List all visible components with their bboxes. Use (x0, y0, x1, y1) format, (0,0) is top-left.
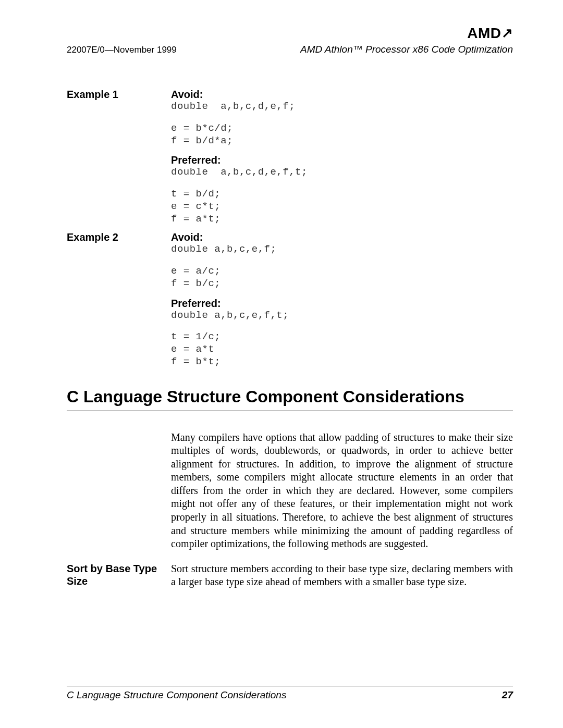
example-2-avoid-heading: Avoid: (171, 231, 513, 243)
example-2-preferred-body: t = 1/c; e = a*t f = b*t; (171, 331, 513, 368)
sort-paragraph-row: Sort by Base Type Size Sort structure me… (67, 562, 513, 589)
intro-paragraph: Many compilers have options that allow p… (171, 431, 513, 551)
document-id: 22007E/0—November 1999 (67, 45, 177, 55)
section-title: C Language Structure Component Considera… (67, 387, 513, 406)
intro-paragraph-row: Many compilers have options that allow p… (67, 431, 513, 551)
footer-page-number: 27 (502, 689, 513, 701)
example-1-block: Example 1 Avoid: double a,b,c,d,e,f; e =… (67, 89, 513, 225)
example-1-label: Example 1 (67, 89, 171, 101)
example-1-preferred-body: t = b/d; e = c*t; f = a*t; (171, 188, 513, 225)
sort-by-base-type-label: Sort by Base Type Size (67, 562, 171, 587)
example-2-label: Example 2 (67, 231, 171, 243)
example-2-avoid-decl: double a,b,c,e,f; (171, 243, 513, 256)
document-title: AMD Athlon™ Processor x86 Code Optimizat… (300, 44, 513, 55)
sort-by-base-type-body: Sort structure members according to thei… (171, 562, 513, 589)
page-header: 22007E/0—November 1999 AMD Athlon™ Proce… (67, 44, 513, 55)
example-2-avoid-body: e = a/c; f = b/c; (171, 265, 513, 290)
example-2-preferred-heading: Preferred: (171, 298, 513, 310)
brand-arrow-icon: ↗ (501, 25, 513, 41)
example-1-avoid-heading: Avoid: (171, 89, 513, 101)
footer-section-title: C Language Structure Component Considera… (67, 689, 286, 701)
example-2-block: Example 2 Avoid: double a,b,c,e,f; e = a… (67, 231, 513, 368)
example-1-preferred-decl: double a,b,c,d,e,f,t; (171, 166, 513, 179)
section-rule (67, 411, 513, 411)
example-2-preferred-decl: double a,b,c,e,f,t; (171, 310, 513, 322)
example-1-preferred-heading: Preferred: (171, 154, 513, 166)
example-1-avoid-body: e = b*c/d; f = b/d*a; (171, 122, 513, 147)
example-1-avoid-decl: double a,b,c,d,e,f; (171, 101, 513, 113)
brand-text: AMD (467, 25, 501, 41)
page-footer: C Language Structure Component Considera… (67, 686, 513, 701)
brand-logo: AMD↗ (467, 25, 513, 42)
